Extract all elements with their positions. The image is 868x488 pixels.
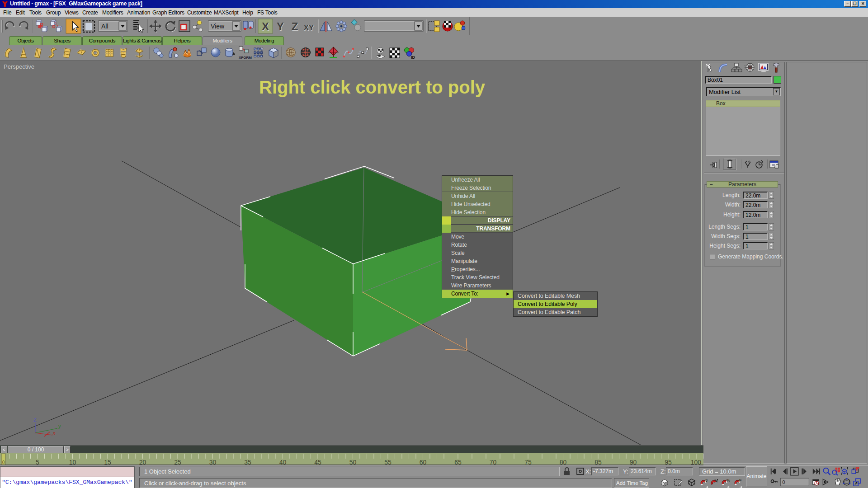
svg-text:50: 50 [349,459,357,465]
svg-text:X: X [262,20,269,33]
svg-text:View: View [211,23,225,30]
svg-text:5: 5 [36,459,39,465]
svg-text:F: F [739,478,742,483]
svg-text:%: % [726,478,730,483]
svg-text:3: 3 [705,478,708,483]
svg-text:20: 20 [139,459,146,465]
svg-text:100: 100 [691,459,702,465]
svg-text:0: 0 [2,460,5,465]
svg-text:70: 70 [490,459,497,465]
svg-text:95: 95 [665,459,672,465]
svg-text:Right click convert to poly: Right click convert to poly [259,77,486,97]
svg-text:Y: Y [277,20,284,33]
svg-text:Perspective: Perspective [4,63,34,70]
svg-text:35: 35 [244,459,251,465]
svg-text:10: 10 [69,459,76,465]
svg-text:Z: Z [292,20,298,33]
svg-text:80: 80 [560,459,567,465]
svg-text:40: 40 [279,459,287,465]
svg-text:XY: XY [304,23,314,32]
svg-text:15: 15 [104,459,111,465]
svg-text:25: 25 [174,459,181,465]
svg-text:ID: ID [411,55,415,60]
svg-text:XFORM: XFORM [239,56,252,60]
svg-text:45: 45 [314,459,321,465]
svg-text:65: 65 [454,459,462,465]
svg-text:x: x [52,430,56,436]
svg-text:0: 0 [782,479,785,485]
svg-text:75: 75 [524,459,532,465]
svg-text:30: 30 [209,459,217,465]
svg-text:y: y [58,423,61,429]
svg-text:55: 55 [384,459,392,465]
svg-text:All: All [101,23,108,30]
svg-text:90: 90 [630,459,637,465]
svg-text:Z: Z [33,417,37,422]
svg-text:85: 85 [594,459,602,465]
svg-text:60: 60 [420,459,427,465]
